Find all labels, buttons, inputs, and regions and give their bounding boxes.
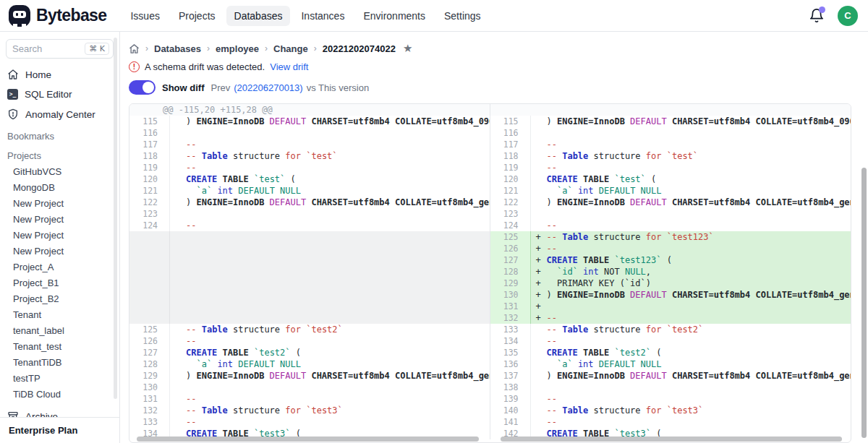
left-pane-hscrollbar[interactable] [137, 436, 479, 442]
diff-line: 115) ENGINE=InnoDB DEFAULT CHARSET=utf8m… [490, 116, 851, 127]
sidebar-item-sql-editor[interactable]: >_ SQL Editor [0, 85, 119, 104]
top-nav-item-projects[interactable]: Projects [171, 6, 224, 26]
line-number: 125 [129, 324, 170, 335]
line-number: 131 [129, 393, 170, 405]
breadcrumb-item[interactable]: Databases [154, 43, 201, 54]
line-number: 131 [490, 301, 531, 312]
line-number: 127 [490, 254, 531, 266]
line-number: 124 [129, 220, 170, 231]
diff-line: 124-- [129, 220, 490, 231]
notifications-bell[interactable] [809, 8, 825, 24]
sidebar-project-item[interactable]: Project_A [0, 259, 119, 275]
vs-label: vs This version [307, 82, 369, 93]
line-number: 118 [129, 150, 170, 162]
diff-line: 141-- [490, 416, 851, 428]
line-number: 128 [490, 266, 531, 278]
sidebar-section-projects: Projects [0, 144, 119, 163]
anomaly-center-shield-icon [7, 108, 19, 120]
line-number: 117 [490, 139, 531, 150]
diff-line: 138 [490, 382, 851, 393]
line-number: 130 [490, 289, 531, 301]
top-nav-item-settings[interactable]: Settings [436, 6, 489, 26]
show-diff-toggle[interactable] [129, 80, 156, 95]
line-number: 133 [490, 324, 531, 335]
diff-line: 124-- [490, 220, 851, 231]
top-nav-item-issues[interactable]: Issues [122, 6, 167, 26]
line-number: 123 [129, 208, 170, 220]
user-avatar[interactable]: C [838, 6, 858, 26]
diff-line: 125-- Table structure for `test2` [129, 324, 490, 335]
line-number: 135 [490, 347, 531, 358]
sidebar-project-item[interactable]: Project_B1 [0, 275, 119, 291]
diff-line: 140-- Table structure for `test3` [490, 405, 851, 416]
sidebar-project-item[interactable]: tenant_label [0, 322, 119, 338]
bytebase-logo[interactable]: Bytebase [9, 5, 106, 27]
project-list: GitHubVCSMongoDBNew ProjectNew ProjectNe… [0, 163, 119, 402]
breadcrumb-item[interactable]: Change [273, 43, 308, 54]
search-box[interactable]: ⌘ K [6, 39, 114, 59]
top-nav-item-databases[interactable]: Databases [226, 6, 291, 26]
breadcrumb-item[interactable]: 20221202074022 [323, 43, 396, 54]
sidebar-project-item[interactable]: Tenant_test [0, 338, 119, 354]
diff-line: 132-- Table structure for `test3` [129, 405, 490, 416]
top-nav-item-instances[interactable]: Instances [293, 6, 352, 26]
diff-line: 131-- [129, 393, 490, 405]
search-input[interactable] [12, 43, 77, 54]
line-number: 139 [490, 393, 531, 405]
line-number: 115 [129, 116, 170, 127]
sidebar-item-anomaly-center[interactable]: Anomaly Center [0, 104, 119, 124]
sidebar-project-item[interactable]: New Project [0, 195, 119, 211]
diff-hunk-header [490, 104, 851, 116]
sidebar-project-item[interactable]: New Project [0, 211, 119, 227]
line-number: 138 [490, 382, 531, 393]
bookmark-star-icon[interactable]: ★ [403, 42, 412, 55]
prev-version-link[interactable]: (202206270013) [234, 82, 302, 93]
line-number: 118 [490, 150, 531, 162]
diff-line: 139-- [490, 393, 851, 405]
sidebar-scrollbar[interactable] [114, 38, 117, 399]
line-number: 133 [129, 416, 170, 428]
line-number: 125 [490, 231, 531, 243]
diff-pane-current: 115) ENGINE=InnoDB DEFAULT CHARSET=utf8m… [490, 104, 851, 439]
sidebar-item-home[interactable]: Home [0, 64, 119, 85]
line-number: 126 [490, 243, 531, 254]
diff-line: 116 [490, 127, 851, 139]
diff-line: 121 `a` int DEFAULT NULL [490, 185, 851, 197]
line-number: 120 [129, 173, 170, 185]
line-number: 140 [490, 405, 531, 416]
sidebar-project-item[interactable]: TiDB Cloud [0, 386, 119, 402]
view-drift-link[interactable]: View drift [270, 61, 308, 72]
line-number: 129 [129, 370, 170, 382]
diff-added-line: 125+-- Table structure for `test123` [490, 231, 851, 243]
sidebar-project-item[interactable]: Tenant [0, 306, 119, 322]
page-vscrollbar[interactable] [861, 168, 867, 438]
breadcrumb-item[interactable]: employee [216, 43, 259, 54]
sidebar-project-item[interactable]: New Project [0, 243, 119, 259]
sidebar-item-archive[interactable]: Archive [0, 406, 119, 417]
diff-line: 133-- Table structure for `test2` [490, 324, 851, 335]
sidebar-project-item[interactable]: MongoDB [0, 179, 119, 195]
sidebar-project-item[interactable]: Project_B2 [0, 291, 119, 306]
diff-added-line: 130+) ENGINE=InnoDB DEFAULT CHARSET=utf8… [490, 289, 851, 301]
sidebar-project-item[interactable]: TenantTiDB [0, 354, 119, 370]
sidebar: ⌘ K Home >_ SQL Editor Anomaly Center Bo… [0, 32, 120, 443]
notification-dot [819, 7, 825, 13]
diff-line: 119-- [129, 162, 490, 173]
line-number: 127 [129, 347, 170, 358]
sidebar-section-bookmarks: Bookmarks [0, 124, 119, 144]
diff-line: 118-- Table structure for `test` [490, 150, 851, 162]
line-number: 141 [490, 416, 531, 428]
top-nav-item-environments[interactable]: Environments [355, 6, 433, 26]
breadcrumb-home-icon[interactable] [129, 43, 140, 54]
diff-line: 136 `a` int DEFAULT NULL [490, 358, 851, 370]
sidebar-project-item[interactable]: New Project [0, 227, 119, 243]
diff-line: 123 [129, 208, 490, 220]
search-shortcut-badge: ⌘ K [85, 43, 109, 55]
line-number: 130 [129, 382, 170, 393]
sidebar-project-item[interactable]: GitHubVCS [0, 163, 119, 179]
sidebar-project-item[interactable]: testTP [0, 370, 119, 386]
right-pane-hscrollbar[interactable] [501, 436, 843, 442]
diff-pane-previous: @@ -115,20 +115,28 @@115) ENGINE=InnoDB … [129, 104, 490, 439]
line-number: 126 [129, 335, 170, 347]
diff-line: 134-- [490, 335, 851, 347]
